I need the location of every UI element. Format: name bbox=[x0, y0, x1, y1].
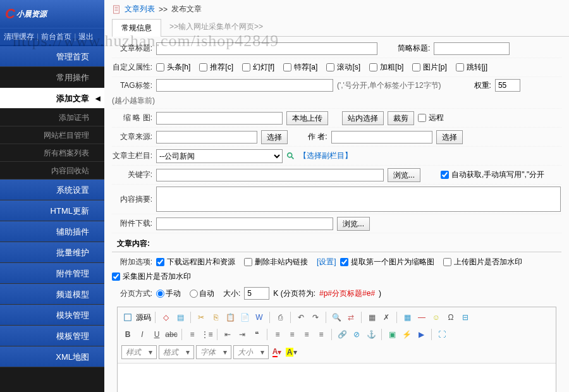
copy-icon[interactable]: ⎘ bbox=[209, 311, 222, 324]
underline-icon[interactable]: U bbox=[150, 328, 163, 341]
attr-headline[interactable]: 头条[h] bbox=[156, 62, 190, 73]
input-short-title[interactable] bbox=[434, 42, 510, 55]
menu-tpl-mgmt[interactable]: 模板管理 bbox=[0, 326, 104, 346]
align-left-icon[interactable]: ≡ bbox=[271, 328, 284, 341]
input-source[interactable] bbox=[156, 131, 257, 144]
input-weight[interactable] bbox=[495, 79, 520, 92]
btn-local-upload[interactable]: 本地上传 bbox=[286, 111, 328, 125]
image-icon[interactable]: ▣ bbox=[386, 328, 398, 341]
find-icon[interactable]: 🔍 bbox=[330, 311, 343, 324]
italic-icon[interactable]: I bbox=[136, 328, 149, 341]
breadcrumb-list[interactable]: 文章列表 bbox=[125, 4, 155, 15]
strike-icon[interactable]: abc bbox=[165, 328, 178, 341]
align-justify-icon[interactable]: ≡ bbox=[315, 328, 327, 341]
source-icon[interactable] bbox=[121, 311, 134, 324]
source-label[interactable]: 源码 bbox=[136, 312, 151, 323]
special-char-icon[interactable]: Ω bbox=[444, 311, 457, 324]
emoji-icon[interactable]: ☺ bbox=[430, 311, 443, 324]
maximize-icon[interactable]: ⛶ bbox=[436, 328, 448, 341]
cb-first-img[interactable]: 提取第一个图片为缩略图 bbox=[340, 257, 434, 267]
menu-recycle[interactable]: 内容回收站 bbox=[0, 162, 104, 180]
remove-format-icon[interactable]: ✗ bbox=[380, 311, 393, 324]
link-settings[interactable]: [设置] bbox=[317, 257, 336, 267]
attr-recommend[interactable]: 推荐[c] bbox=[199, 62, 233, 73]
ordered-list-icon[interactable]: ≡ bbox=[186, 328, 199, 341]
paste-icon[interactable]: 📋 bbox=[224, 311, 236, 324]
dropdown-style[interactable]: 样式 bbox=[121, 345, 157, 359]
btn-browse-attach[interactable]: 浏览... bbox=[337, 217, 370, 231]
textarea-summary[interactable] bbox=[156, 187, 561, 212]
replace-icon[interactable]: ⇄ bbox=[345, 311, 357, 324]
outdent-icon[interactable]: ⇤ bbox=[221, 328, 234, 341]
attr-image[interactable]: 图片[p] bbox=[412, 62, 446, 73]
attr-slide[interactable]: 幻灯[f] bbox=[242, 62, 274, 73]
anchor-icon[interactable]: ⚓ bbox=[365, 328, 377, 341]
btn-browse-kw[interactable]: 浏览... bbox=[388, 168, 420, 182]
tab-basic[interactable]: 常规信息 bbox=[112, 19, 161, 37]
menu-common-ops[interactable]: 常用操作 bbox=[0, 67, 104, 88]
input-tag[interactable] bbox=[156, 79, 333, 92]
search-icon[interactable] bbox=[286, 152, 295, 161]
input-size[interactable] bbox=[244, 287, 269, 300]
front-home-link[interactable]: 前台首页 bbox=[41, 32, 71, 42]
menu-attach-mgmt[interactable]: 附件管理 bbox=[0, 263, 104, 284]
cb-upload-wm[interactable]: 上传图片是否加水印 bbox=[443, 257, 522, 267]
btn-select-author[interactable]: 选择 bbox=[436, 130, 463, 144]
tab-url-collect[interactable]: >>输入网址采集单个网页>> bbox=[161, 18, 272, 36]
input-author[interactable] bbox=[331, 131, 432, 144]
radio-manual[interactable]: 手动 bbox=[156, 288, 181, 299]
dropdown-format[interactable]: 格式 bbox=[159, 345, 194, 359]
undo-icon[interactable]: ↶ bbox=[295, 311, 307, 324]
attr-special[interactable]: 特荐[a] bbox=[283, 62, 317, 73]
hr-icon[interactable]: — bbox=[415, 311, 428, 324]
menu-admin-home[interactable]: 管理首页 bbox=[0, 46, 104, 67]
text-color-icon[interactable]: A▾ bbox=[271, 346, 283, 358]
paste-text-icon[interactable]: 📄 bbox=[238, 311, 251, 324]
indent-icon[interactable]: ⇥ bbox=[236, 328, 248, 341]
unordered-list-icon[interactable]: ⋮≡ bbox=[200, 328, 213, 341]
input-thumb[interactable] bbox=[156, 112, 283, 125]
flash-icon[interactable]: ⚡ bbox=[400, 328, 413, 341]
btn-crop[interactable]: 裁剪 bbox=[388, 111, 414, 125]
menu-sys-settings[interactable]: 系统设置 bbox=[0, 180, 104, 200]
link-sub-column[interactable]: 【选择副栏目】 bbox=[299, 150, 352, 161]
align-center-icon[interactable]: ≡ bbox=[286, 328, 298, 341]
menu-channel-model[interactable]: 频道模型 bbox=[0, 284, 104, 305]
new-doc-icon[interactable]: ◇ bbox=[159, 311, 172, 324]
input-attach[interactable] bbox=[156, 217, 333, 230]
select-column[interactable]: --公司新闻 bbox=[156, 149, 283, 163]
preview-icon[interactable]: ▤ bbox=[174, 311, 187, 324]
media-icon[interactable]: ▶ bbox=[415, 328, 427, 341]
blockquote-icon[interactable]: ❝ bbox=[250, 328, 263, 341]
bg-color-icon[interactable]: A▾ bbox=[285, 346, 298, 358]
print-icon[interactable]: ⎙ bbox=[274, 311, 286, 324]
menu-html-update[interactable]: HTML更新 bbox=[0, 200, 104, 221]
menu-add-cert[interactable]: 添加证书 bbox=[0, 109, 104, 126]
redo-icon[interactable]: ↷ bbox=[309, 311, 322, 324]
cb-rm-external[interactable]: 删除非站内链接 bbox=[244, 257, 308, 267]
paste-word-icon[interactable]: W bbox=[253, 311, 266, 324]
cut-icon[interactable]: ✂ bbox=[195, 311, 207, 324]
align-right-icon[interactable]: ≡ bbox=[300, 328, 313, 341]
btn-site-select[interactable]: 站内选择 bbox=[342, 111, 384, 125]
radio-auto[interactable]: 自动 bbox=[190, 288, 214, 299]
input-keywords[interactable] bbox=[156, 169, 384, 181]
menu-archive-list[interactable]: 所有档案列表 bbox=[0, 144, 104, 162]
btn-select-source[interactable]: 选择 bbox=[261, 130, 288, 144]
input-title[interactable] bbox=[156, 42, 377, 55]
cb-auto-fetch[interactable]: 自动获取,手动填写用","分开 bbox=[441, 169, 544, 180]
menu-plugins[interactable]: 辅助插件 bbox=[0, 221, 104, 242]
unlink-icon[interactable]: ⊘ bbox=[350, 328, 363, 341]
select-all-icon[interactable]: ▦ bbox=[365, 311, 378, 324]
link-icon[interactable]: 🔗 bbox=[336, 328, 348, 341]
cb-collect-wm[interactable]: 采集图片是否加水印 bbox=[112, 271, 191, 282]
logout-link[interactable]: 退出 bbox=[78, 32, 94, 42]
dropdown-size[interactable]: 大小 bbox=[233, 345, 269, 359]
attr-jump[interactable]: 跳转[j] bbox=[456, 62, 487, 73]
clear-cache-link[interactable]: 清理缓存 bbox=[4, 32, 34, 42]
menu-batch-maint[interactable]: 批量维护 bbox=[0, 242, 104, 263]
page-break-icon[interactable]: ⊟ bbox=[459, 311, 472, 324]
attr-scroll[interactable]: 滚动[s] bbox=[326, 62, 360, 73]
menu-add-article[interactable]: 添加文章 bbox=[0, 88, 104, 109]
menu-column-mgmt[interactable]: 网站栏目管理 bbox=[0, 126, 104, 144]
